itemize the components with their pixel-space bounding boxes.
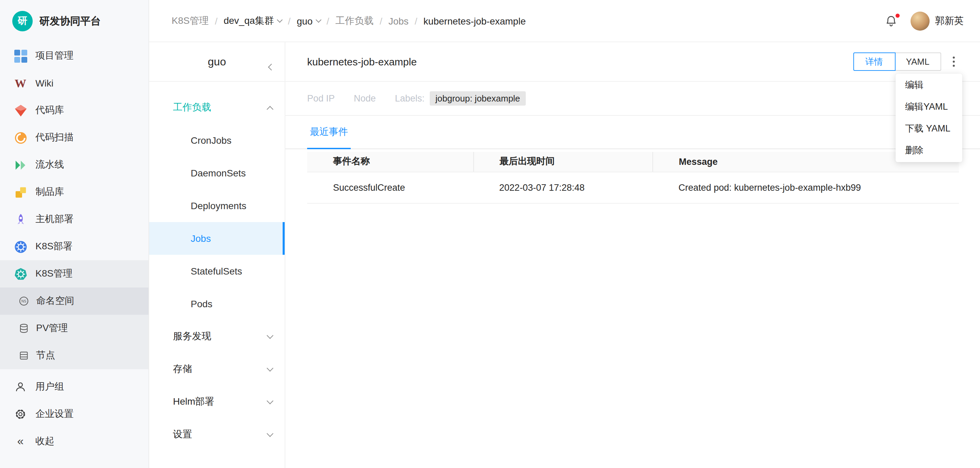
subnav-item-cronjobs[interactable]: CronJobs [149, 124, 285, 157]
subnav-section-workloads[interactable]: 工作负载 [149, 91, 285, 124]
subnav-section-storage[interactable]: 存储 [149, 353, 285, 385]
sidebar-item-label: K8S管理 [35, 268, 73, 280]
table-header-row: 事件名称 最后出现时间 Message [307, 152, 959, 172]
sidebar-footer: 用户组 企业设置 « 收起 [0, 373, 148, 455]
breadcrumb-separator: / [215, 15, 218, 26]
chevron-down-icon [267, 398, 274, 404]
artifact-repo-icon [14, 185, 27, 199]
sidebar-item-code-scan[interactable]: 代码扫描 [0, 124, 148, 151]
host-deploy-icon [14, 213, 27, 226]
topbar: K8S管理 / dev_qa集群 / guo / 工作负载 / Jobs / k… [149, 0, 980, 42]
detail-button[interactable]: 详情 [853, 53, 895, 71]
sidebar-item-enterprise-settings[interactable]: 企业设置 [0, 401, 148, 428]
chevron-down-icon [267, 430, 274, 437]
sidebar-item-pipeline[interactable]: 流水线 [0, 151, 148, 178]
breadcrumb-namespace-select[interactable]: guo [297, 15, 320, 26]
namespace-title: guo [208, 56, 226, 68]
section-label: 服务发现 [173, 330, 211, 343]
col-event-name: 事件名称 [307, 152, 473, 172]
tab-row: 最近事件 [285, 116, 980, 149]
breadcrumb-k8s-manage[interactable]: K8S管理 [172, 14, 209, 27]
chevron-left-icon [268, 64, 275, 70]
page-title: kubernetes-job-example [307, 56, 417, 67]
chevron-down-icon [267, 365, 274, 372]
col-last-seen: 最后出现时间 [473, 152, 652, 172]
breadcrumb-workloads[interactable]: 工作负载 [336, 14, 374, 27]
sidebar-subitem-label: 命名空间 [36, 295, 74, 307]
more-actions-icon[interactable] [950, 54, 957, 70]
breadcrumb-separator: / [415, 15, 417, 26]
table-row[interactable]: SuccessfulCreate 2022-03-07 17:28:48 Cre… [307, 172, 959, 203]
sidebar-subitem-pv[interactable]: PV管理 [0, 315, 148, 342]
yaml-button[interactable]: YAML [894, 53, 941, 71]
sidebar-item-user-groups[interactable]: 用户组 [0, 373, 148, 401]
section-label: 工作负载 [173, 102, 211, 114]
sidebar-item-code-repo[interactable]: 代码库 [0, 97, 148, 124]
sidebar-subitem-namespace[interactable]: NS 命名空间 [0, 288, 148, 315]
section-label: Helm部署 [173, 396, 214, 408]
k8s-manage-submenu: NS 命名空间 PV管理 节点 [0, 288, 148, 369]
subnav-section-service-discovery[interactable]: 服务发现 [149, 320, 285, 353]
subnav-section-settings[interactable]: 设置 [149, 418, 285, 451]
subnav-list: 工作负载 CronJobs DaemonSets Deployments Job… [149, 82, 285, 451]
brand: 研 研发协同平台 [0, 0, 148, 42]
sidebar-item-k8s-deploy[interactable]: K8S部署 [0, 233, 148, 260]
sidebar-item-label: 用户组 [35, 381, 64, 393]
topbar-right: 郭新英 [885, 11, 964, 30]
labels-group: Labels: jobgroup: jobexample [395, 91, 526, 106]
sidebar-subitem-label: 节点 [36, 349, 55, 362]
gear-icon [14, 408, 27, 421]
subnav-item-pods[interactable]: Pods [149, 288, 285, 320]
chevron-down-icon [277, 17, 283, 22]
subnav-item-statefulsets[interactable]: StatefulSets [149, 255, 285, 288]
actions-dropdown: 编辑 编辑YAML 下载 YAML 删除 [896, 73, 962, 162]
sidebar-subitem-label: PV管理 [36, 322, 68, 334]
sidebar-subitem-nodes[interactable]: 节点 [0, 342, 148, 369]
sidebar-item-label: 代码库 [35, 104, 64, 116]
subnav-item-daemonsets[interactable]: DaemonSets [149, 157, 285, 189]
menu-item-edit-yaml[interactable]: 编辑YAML [896, 96, 962, 118]
app-window: 研 研发协同平台 项目管理 W Wiki 代码库 代码扫描 [0, 0, 980, 468]
cell-message: Created pod: kubernetes-job-example-hxb9… [652, 172, 959, 203]
sidebar-item-wiki[interactable]: W Wiki [0, 70, 148, 97]
subnav-section-helm[interactable]: Helm部署 [149, 385, 285, 418]
info-row: Pod IP Node Labels: jobgroup: jobexample [285, 82, 980, 116]
chevron-up-icon [267, 106, 274, 112]
secondary-sidebar: guo 工作负载 CronJobs DaemonSets Deployments… [149, 42, 285, 468]
breadcrumb-cluster-select[interactable]: dev_qa集群 [224, 14, 282, 27]
content-panel: kubernetes-job-example 详情 YAML Pod IP No… [285, 42, 980, 468]
sidebar-item-host-deploy[interactable]: 主机部署 [0, 206, 148, 233]
menu-item-edit[interactable]: 编辑 [896, 74, 962, 96]
user-name[interactable]: 郭新英 [935, 14, 964, 27]
subnav-header: guo [149, 42, 285, 82]
body-row: guo 工作负载 CronJobs DaemonSets Deployments… [149, 42, 980, 468]
subnav-item-jobs[interactable]: Jobs [149, 222, 285, 255]
subnav-collapse-button[interactable] [268, 59, 275, 73]
breadcrumb-separator: / [288, 15, 291, 26]
namespace-icon: NS [18, 295, 29, 307]
sidebar-item-label: 流水线 [35, 159, 64, 171]
title-row: kubernetes-job-example 详情 YAML [285, 42, 980, 82]
breadcrumb: K8S管理 / dev_qa集群 / guo / 工作负载 / Jobs / k… [172, 14, 526, 27]
breadcrumb-current: kubernetes-job-example [423, 15, 526, 26]
menu-item-download-yaml[interactable]: 下载 YAML [896, 118, 962, 140]
sidebar-item-project-management[interactable]: 项目管理 [0, 42, 148, 70]
events-table: 事件名称 最后出现时间 Message SuccessfulCreate 202… [307, 152, 959, 203]
sidebar-item-artifact-repo[interactable]: 制品库 [0, 178, 148, 206]
user-avatar[interactable] [910, 11, 930, 30]
subnav-item-deployments[interactable]: Deployments [149, 189, 285, 222]
breadcrumb-jobs[interactable]: Jobs [388, 15, 409, 26]
projects-icon [14, 49, 27, 63]
chevron-down-icon [316, 17, 321, 22]
collapse-icon: « [14, 435, 27, 448]
tab-recent-events[interactable]: 最近事件 [307, 116, 351, 149]
sidebar-item-k8s-manage[interactable]: K8S管理 [0, 260, 148, 288]
menu-item-delete[interactable]: 删除 [896, 140, 962, 161]
svg-text:NS: NS [21, 299, 26, 303]
chevron-down-icon [267, 332, 274, 339]
brand-name: 研发协同平台 [40, 14, 101, 28]
wiki-icon: W [14, 76, 27, 90]
section-label: 存储 [173, 363, 192, 376]
notification-bell-icon[interactable] [885, 14, 898, 28]
sidebar-item-collapse[interactable]: « 收起 [0, 428, 148, 455]
